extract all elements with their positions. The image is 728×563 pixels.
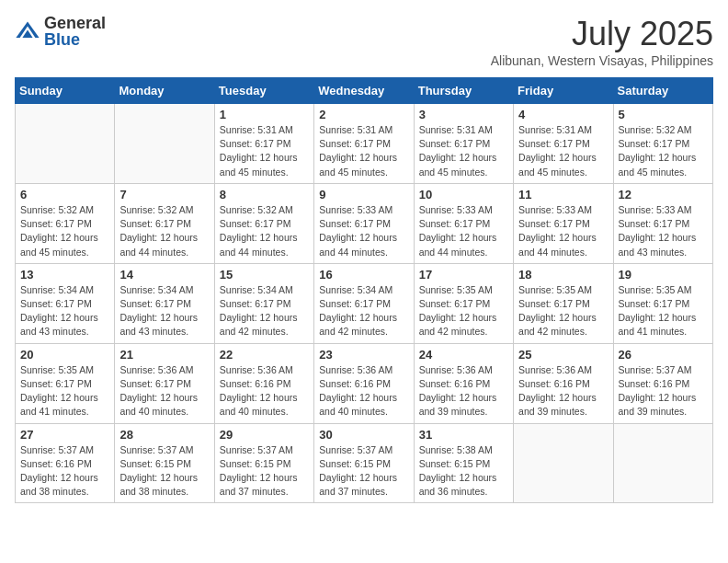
calendar-cell-w4-d1: 20Sunrise: 5:35 AM Sunset: 6:17 PM Dayli… (16, 343, 115, 423)
logo-text: General Blue (44, 15, 106, 48)
week-row-4: 20Sunrise: 5:35 AM Sunset: 6:17 PM Dayli… (16, 343, 713, 423)
day-info: Sunrise: 5:38 AM Sunset: 6:15 PM Dayligh… (419, 443, 508, 500)
calendar-cell-w3-d6: 18Sunrise: 5:35 AM Sunset: 6:17 PM Dayli… (514, 263, 613, 343)
day-info: Sunrise: 5:32 AM Sunset: 6:17 PM Dayligh… (119, 203, 209, 259)
day-info: Sunrise: 5:35 AM Sunset: 6:17 PM Dayligh… (419, 283, 508, 339)
calendar-cell-w4-d7: 26Sunrise: 5:37 AM Sunset: 6:16 PM Dayli… (613, 343, 712, 423)
calendar-cell-w1-d2 (115, 104, 214, 184)
day-number: 12 (619, 188, 708, 201)
weekday-header: Sunday (16, 78, 115, 104)
day-info: Sunrise: 5:33 AM Sunset: 6:17 PM Dayligh… (619, 203, 708, 259)
day-number: 8 (220, 188, 309, 201)
calendar-cell-w5-d1: 27Sunrise: 5:37 AM Sunset: 6:16 PM Dayli… (16, 423, 115, 503)
day-info: Sunrise: 5:32 AM Sunset: 6:17 PM Dayligh… (20, 203, 109, 259)
day-info: Sunrise: 5:34 AM Sunset: 6:17 PM Dayligh… (119, 283, 209, 339)
day-info: Sunrise: 5:31 AM Sunset: 6:17 PM Dayligh… (319, 123, 408, 179)
day-info: Sunrise: 5:31 AM Sunset: 6:17 PM Dayligh… (220, 123, 309, 179)
calendar-cell-w3-d4: 16Sunrise: 5:34 AM Sunset: 6:17 PM Dayli… (314, 263, 414, 343)
day-number: 28 (119, 428, 209, 442)
day-number: 16 (319, 268, 408, 282)
logo: General Blue (15, 15, 106, 48)
day-number: 4 (518, 108, 608, 121)
calendar-cell-w5-d4: 30Sunrise: 5:37 AM Sunset: 6:15 PM Dayli… (314, 423, 414, 503)
day-number: 24 (419, 348, 508, 362)
day-info: Sunrise: 5:36 AM Sunset: 6:17 PM Dayligh… (119, 363, 209, 419)
weekday-header: Friday (514, 78, 613, 104)
day-number: 19 (619, 268, 708, 282)
day-number: 1 (220, 108, 309, 121)
day-number: 5 (619, 108, 708, 121)
day-info: Sunrise: 5:31 AM Sunset: 6:17 PM Dayligh… (419, 123, 508, 179)
day-number: 2 (319, 108, 408, 121)
calendar-cell-w2-d6: 11Sunrise: 5:33 AM Sunset: 6:17 PM Dayli… (514, 183, 613, 263)
day-info: Sunrise: 5:34 AM Sunset: 6:17 PM Dayligh… (319, 283, 408, 339)
title-block: July 2025 Alibunan, Western Visayas, Phi… (491, 15, 713, 68)
weekday-header: Thursday (414, 78, 513, 104)
day-info: Sunrise: 5:36 AM Sunset: 6:16 PM Dayligh… (419, 363, 508, 419)
calendar-cell-w4-d3: 22Sunrise: 5:36 AM Sunset: 6:16 PM Dayli… (214, 343, 313, 423)
day-info: Sunrise: 5:37 AM Sunset: 6:15 PM Dayligh… (319, 443, 408, 500)
weekday-header: Wednesday (314, 78, 414, 104)
day-number: 14 (119, 268, 209, 282)
calendar-cell-w3-d1: 13Sunrise: 5:34 AM Sunset: 6:17 PM Dayli… (16, 263, 115, 343)
day-info: Sunrise: 5:36 AM Sunset: 6:16 PM Dayligh… (319, 363, 408, 419)
week-row-1: 1Sunrise: 5:31 AM Sunset: 6:17 PM Daylig… (16, 104, 713, 184)
weekday-header: Monday (115, 78, 214, 104)
day-number: 18 (518, 268, 608, 282)
calendar-cell-w2-d7: 12Sunrise: 5:33 AM Sunset: 6:17 PM Dayli… (613, 183, 712, 263)
weekday-header: Saturday (613, 78, 712, 104)
calendar-cell-w3-d3: 15Sunrise: 5:34 AM Sunset: 6:17 PM Dayli… (214, 263, 313, 343)
calendar-cell-w1-d7: 5Sunrise: 5:32 AM Sunset: 6:17 PM Daylig… (613, 104, 712, 184)
calendar-cell-w2-d2: 7Sunrise: 5:32 AM Sunset: 6:17 PM Daylig… (115, 183, 214, 263)
calendar-table: SundayMondayTuesdayWednesdayThursdayFrid… (15, 77, 713, 503)
day-info: Sunrise: 5:31 AM Sunset: 6:17 PM Dayligh… (518, 123, 608, 179)
day-number: 17 (419, 268, 508, 282)
day-number: 27 (20, 428, 109, 442)
week-row-5: 27Sunrise: 5:37 AM Sunset: 6:16 PM Dayli… (16, 423, 713, 503)
day-number: 6 (20, 188, 109, 201)
week-row-3: 13Sunrise: 5:34 AM Sunset: 6:17 PM Dayli… (16, 263, 713, 343)
month-year-title: July 2025 (491, 15, 713, 53)
day-number: 3 (419, 108, 508, 121)
day-number: 31 (419, 428, 508, 442)
day-number: 21 (119, 348, 209, 362)
logo-general: General (44, 15, 106, 31)
day-info: Sunrise: 5:36 AM Sunset: 6:16 PM Dayligh… (518, 363, 608, 419)
week-row-2: 6Sunrise: 5:32 AM Sunset: 6:17 PM Daylig… (16, 183, 713, 263)
day-info: Sunrise: 5:36 AM Sunset: 6:16 PM Dayligh… (220, 363, 309, 419)
weekday-header: Tuesday (214, 78, 313, 104)
day-info: Sunrise: 5:35 AM Sunset: 6:17 PM Dayligh… (518, 283, 608, 339)
calendar-cell-w5-d6 (514, 423, 613, 503)
day-info: Sunrise: 5:37 AM Sunset: 6:16 PM Dayligh… (20, 443, 109, 500)
day-info: Sunrise: 5:35 AM Sunset: 6:17 PM Dayligh… (20, 363, 109, 419)
day-info: Sunrise: 5:32 AM Sunset: 6:17 PM Dayligh… (619, 123, 708, 179)
day-info: Sunrise: 5:34 AM Sunset: 6:17 PM Dayligh… (20, 283, 109, 339)
calendar-cell-w4-d5: 24Sunrise: 5:36 AM Sunset: 6:16 PM Dayli… (414, 343, 513, 423)
calendar-cell-w1-d4: 2Sunrise: 5:31 AM Sunset: 6:17 PM Daylig… (314, 104, 414, 184)
logo-blue: Blue (44, 31, 106, 48)
location-subtitle: Alibunan, Western Visayas, Philippines (491, 53, 713, 68)
calendar-cell-w3-d5: 17Sunrise: 5:35 AM Sunset: 6:17 PM Dayli… (414, 263, 513, 343)
day-number: 22 (220, 348, 309, 362)
day-info: Sunrise: 5:35 AM Sunset: 6:17 PM Dayligh… (619, 283, 708, 339)
day-number: 13 (20, 268, 109, 282)
calendar-cell-w4-d6: 25Sunrise: 5:36 AM Sunset: 6:16 PM Dayli… (514, 343, 613, 423)
day-info: Sunrise: 5:37 AM Sunset: 6:15 PM Dayligh… (119, 443, 209, 500)
calendar-cell-w5-d3: 29Sunrise: 5:37 AM Sunset: 6:15 PM Dayli… (214, 423, 313, 503)
calendar-cell-w2-d4: 9Sunrise: 5:33 AM Sunset: 6:17 PM Daylig… (314, 183, 414, 263)
day-info: Sunrise: 5:37 AM Sunset: 6:16 PM Dayligh… (619, 363, 708, 419)
day-number: 29 (220, 428, 309, 442)
calendar-cell-w1-d5: 3Sunrise: 5:31 AM Sunset: 6:17 PM Daylig… (414, 104, 513, 184)
day-info: Sunrise: 5:33 AM Sunset: 6:17 PM Dayligh… (419, 203, 508, 259)
calendar-cell-w1-d1 (16, 104, 115, 184)
day-number: 7 (119, 188, 209, 201)
day-number: 25 (518, 348, 608, 362)
day-number: 9 (319, 188, 408, 201)
day-info: Sunrise: 5:34 AM Sunset: 6:17 PM Dayligh… (220, 283, 309, 339)
calendar-cell-w3-d7: 19Sunrise: 5:35 AM Sunset: 6:17 PM Dayli… (613, 263, 712, 343)
day-number: 11 (518, 188, 608, 201)
day-number: 26 (619, 348, 708, 362)
weekday-header-row: SundayMondayTuesdayWednesdayThursdayFrid… (16, 78, 713, 104)
calendar-cell-w1-d3: 1Sunrise: 5:31 AM Sunset: 6:17 PM Daylig… (214, 104, 313, 184)
day-number: 10 (419, 188, 508, 201)
